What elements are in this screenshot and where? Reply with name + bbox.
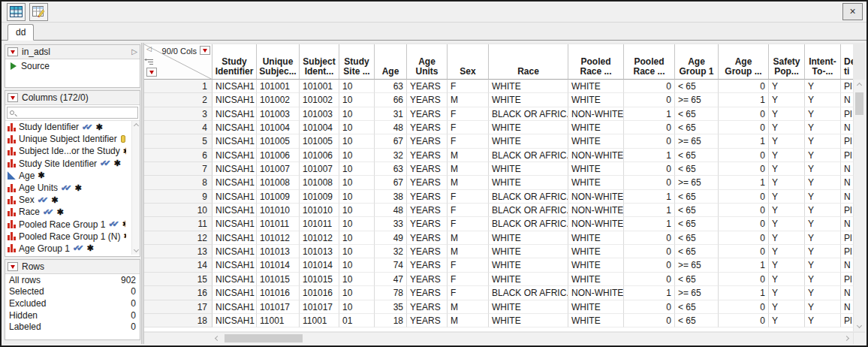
data-cell[interactable]: F	[448, 258, 489, 272]
data-cell[interactable]: M	[448, 162, 489, 176]
data-cell[interactable]: WHITE	[568, 80, 624, 93]
data-cell[interactable]: 11001	[300, 314, 339, 327]
column-list-item[interactable]: Age Units✔✔✱	[5, 182, 140, 194]
data-cell[interactable]: 31	[375, 107, 407, 121]
data-cell[interactable]: 101008	[300, 176, 339, 189]
data-cell[interactable]: 101012	[300, 231, 339, 245]
data-cell[interactable]: YEARS	[407, 176, 448, 189]
data-cell[interactable]: 10	[339, 231, 375, 245]
data-cell[interactable]: NICSAH1	[212, 149, 257, 162]
data-cell[interactable]: M	[448, 245, 489, 258]
data-cell[interactable]: 67	[375, 176, 407, 189]
vertical-scroll-thumb[interactable]	[855, 92, 863, 115]
data-table-icon-button[interactable]	[7, 3, 26, 21]
data-cell[interactable]: 10	[339, 134, 375, 148]
scroll-up-icon[interactable]	[134, 123, 139, 128]
rows-red-triangle-icon[interactable]	[146, 68, 157, 77]
data-cell[interactable]: >= 65	[675, 134, 719, 148]
data-cell[interactable]: 47	[375, 273, 407, 286]
data-cell[interactable]: 0	[719, 273, 769, 286]
data-cell[interactable]: 32	[375, 245, 407, 258]
data-cell[interactable]: YEARS	[407, 258, 448, 272]
data-cell[interactable]: NICSAH1	[212, 107, 257, 121]
column-header[interactable]: Pooled Race ...	[624, 44, 675, 80]
data-cell[interactable]: BLACK OR AFRIC...	[489, 204, 568, 217]
data-cell[interactable]: F	[448, 204, 489, 217]
data-cell[interactable]: 0	[624, 93, 675, 107]
data-cell[interactable]: Pl	[841, 245, 853, 258]
data-cell[interactable]: YEARS	[407, 217, 448, 231]
data-cell[interactable]: 1	[719, 258, 769, 272]
data-cell[interactable]: YEARS	[407, 245, 448, 258]
data-cell[interactable]: F	[448, 286, 489, 300]
grid-corner-cell[interactable]: ◁ 90/0 Cols	[144, 44, 212, 80]
data-cell[interactable]: YEARS	[407, 273, 448, 286]
column-header[interactable]: Pooled Race ...	[568, 44, 624, 80]
data-cell[interactable]: >= 65	[675, 258, 719, 272]
data-cell[interactable]: BLACK OR AFRIC...	[489, 286, 568, 300]
row-number-cell[interactable]: 18	[144, 314, 212, 327]
data-cell[interactable]: Y	[805, 107, 841, 121]
column-list-item[interactable]: Pooled Race Group 1✔✔✱	[5, 219, 140, 231]
data-cell[interactable]: 101002	[257, 93, 300, 107]
data-cell[interactable]: N	[841, 93, 853, 107]
data-cell[interactable]: Y	[769, 300, 805, 314]
column-header[interactable]: Age Units	[407, 44, 448, 80]
data-cell[interactable]: WHITE	[568, 162, 624, 176]
data-cell[interactable]: M	[448, 231, 489, 245]
data-cell[interactable]: 101017	[300, 300, 339, 314]
data-cell[interactable]: NICSAH1	[212, 300, 257, 314]
data-cell[interactable]: >= 65	[675, 93, 719, 107]
data-cell[interactable]: 11001	[257, 314, 300, 327]
data-cell[interactable]: < 65	[675, 231, 719, 245]
data-cell[interactable]: YEARS	[407, 107, 448, 121]
data-cell[interactable]: F	[448, 273, 489, 286]
data-cell[interactable]: 01	[339, 314, 375, 327]
row-number-cell[interactable]: 4	[144, 121, 212, 134]
data-cell[interactable]: 10	[339, 107, 375, 121]
red-triangle-menu-icon[interactable]	[8, 93, 18, 102]
data-cell[interactable]: 101003	[300, 107, 339, 121]
row-number-cell[interactable]: 8	[144, 176, 212, 189]
data-cell[interactable]: Y	[805, 134, 841, 148]
data-cell[interactable]: 1	[624, 190, 675, 204]
data-cell[interactable]: 0	[624, 245, 675, 258]
data-cell[interactable]: WHITE	[489, 134, 568, 148]
columns-list-scrollbar[interactable]	[131, 121, 140, 255]
data-cell[interactable]: YEARS	[407, 134, 448, 148]
data-cell[interactable]: 1	[719, 93, 769, 107]
data-cell[interactable]: M	[448, 176, 489, 189]
data-cell[interactable]: 101009	[300, 190, 339, 204]
data-cell[interactable]: 10	[339, 80, 375, 93]
data-cell[interactable]: 101007	[300, 162, 339, 176]
data-cell[interactable]: 18	[375, 314, 407, 327]
data-cell[interactable]: WHITE	[568, 300, 624, 314]
data-cell[interactable]: WHITE	[489, 93, 568, 107]
data-cell[interactable]: WHITE	[489, 273, 568, 286]
data-cell[interactable]: 101010	[300, 204, 339, 217]
data-cell[interactable]: WHITE	[489, 258, 568, 272]
column-header[interactable]: Race	[489, 44, 568, 80]
data-cell[interactable]: 101013	[300, 245, 339, 258]
data-cell[interactable]: 10	[339, 258, 375, 272]
data-cell[interactable]: N	[841, 121, 853, 134]
column-list-item[interactable]: Pooled Race Group 1 (N)✱	[5, 231, 140, 243]
data-cell[interactable]: 101001	[257, 80, 300, 93]
data-cell[interactable]: 63	[375, 80, 407, 93]
data-cell[interactable]: Y	[805, 286, 841, 300]
data-cell[interactable]: < 65	[675, 273, 719, 286]
data-cell[interactable]: Y	[769, 107, 805, 121]
data-cell[interactable]: 0	[719, 190, 769, 204]
data-cell[interactable]: 35	[375, 300, 407, 314]
data-cell[interactable]: < 65	[675, 314, 719, 327]
data-cell[interactable]: 101014	[300, 258, 339, 272]
data-cell[interactable]: 1	[624, 217, 675, 231]
data-cell[interactable]: 0	[719, 231, 769, 245]
data-cell[interactable]: N	[841, 162, 853, 176]
data-cell[interactable]: < 65	[675, 80, 719, 93]
data-cell[interactable]: WHITE	[568, 258, 624, 272]
data-cell[interactable]: Y	[805, 204, 841, 217]
data-cell[interactable]: 10	[339, 121, 375, 134]
data-cell[interactable]: Pl	[841, 204, 853, 217]
data-cell[interactable]: < 65	[675, 107, 719, 121]
